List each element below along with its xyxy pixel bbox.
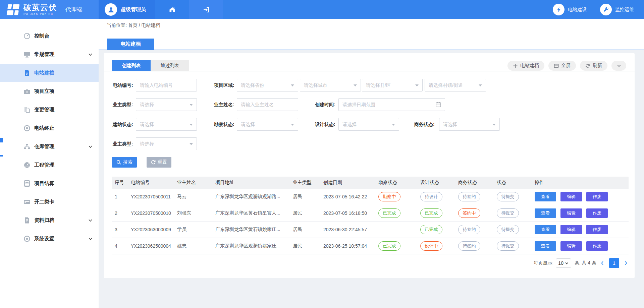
create-time-label: 创建时间:	[315, 98, 335, 111]
user-menu[interactable]: 超级管理员	[99, 0, 155, 19]
select-arrow-icon	[291, 124, 294, 127]
collapse-button[interactable]	[611, 61, 626, 71]
edit-button[interactable]: 编辑	[560, 208, 582, 218]
avatar	[105, 3, 117, 16]
status-badge: 待签约	[458, 225, 480, 234]
sidebar-item-change-mgmt[interactable]: 变更管理	[0, 101, 99, 119]
fullscreen-button[interactable]: 全屏	[548, 61, 576, 71]
void-button[interactable]: 作废	[586, 225, 608, 234]
owner-type-label: 业主类型:	[113, 98, 133, 111]
logo-divider	[62, 5, 62, 14]
add-station-button[interactable]: 电站建档	[507, 61, 544, 71]
filter-actions: 搜索 重置	[112, 157, 171, 168]
sidebar-item-station-archive[interactable]: 电站建档	[0, 64, 99, 82]
quick-link-monitor-ops[interactable]: 监控运维	[600, 4, 634, 15]
calendar-icon	[435, 102, 441, 108]
page-tab-station-archive[interactable]: 电站建档	[107, 39, 154, 50]
station-no-input[interactable]	[136, 79, 197, 91]
view-button[interactable]: 查看	[535, 241, 556, 251]
owner-type2-select[interactable]: 请选择	[136, 137, 197, 150]
lightning-icon	[553, 4, 565, 15]
card-icon	[23, 198, 31, 205]
chevron-down-icon	[616, 63, 622, 68]
chevron-down-icon	[565, 261, 569, 265]
town-select[interactable]: 请选择村镇/街道	[425, 79, 486, 91]
header-spacer	[223, 0, 553, 19]
status-badge: 待签约	[458, 192, 480, 201]
status-badge: 待签约	[458, 241, 480, 251]
edit-button[interactable]: 编辑	[560, 225, 582, 234]
void-button[interactable]: 作废	[586, 208, 608, 218]
search-button[interactable]: 搜索	[112, 157, 137, 168]
sidebar-item-system-settings[interactable]: 系统设置	[0, 230, 99, 248]
breadcrumb-strip: 当前位置: 首页 / 电站建档 电站建档	[99, 19, 644, 50]
calculator-icon	[23, 180, 31, 187]
select-arrow-icon	[190, 143, 193, 147]
status-badge: 已完成	[378, 208, 400, 218]
next-page-icon[interactable]	[623, 260, 629, 266]
owner-type-select[interactable]: 请选择	[136, 98, 197, 111]
plus-icon	[513, 63, 518, 68]
table-row: 2 YX2023070500010 刘强东 广东深圳龙华区黄石镇星官大... 居…	[112, 205, 629, 222]
reset-button[interactable]: 重置	[147, 157, 171, 168]
void-button[interactable]: 作废	[586, 192, 608, 201]
page-tab-underline	[99, 50, 644, 50]
owner-name-input[interactable]	[237, 98, 298, 111]
tab-create-list[interactable]: 创建列表	[112, 60, 151, 71]
total-count-label: 条, 共 4 条	[575, 260, 596, 266]
status-badge: 已完成	[420, 225, 442, 234]
business-status-select[interactable]: 请选择	[439, 118, 500, 131]
quick-link-label: 监控运维	[615, 7, 634, 13]
design-status-select[interactable]: 请选择	[338, 118, 399, 131]
refresh-button[interactable]: 刷新	[580, 61, 607, 71]
user-icon	[107, 6, 115, 13]
build-status-select[interactable]: 请选择	[136, 118, 197, 131]
logout-button[interactable]	[189, 0, 223, 19]
date-range-picker[interactable]: 请选择日期范围	[338, 98, 445, 111]
sidebar-item-console[interactable]: 控制台	[0, 27, 99, 45]
breadcrumb-path[interactable]: 首页 / 电站建档	[128, 22, 160, 28]
per-page-select[interactable]: 10	[556, 258, 571, 268]
select-arrow-icon	[190, 124, 193, 127]
fullscreen-icon	[554, 63, 559, 68]
edit-button[interactable]: 编辑	[560, 192, 582, 201]
page-number-button[interactable]: 1	[609, 258, 619, 268]
sidebar-item-general-mgmt[interactable]: 常规管理	[0, 45, 99, 64]
select-arrow-icon	[415, 84, 419, 88]
city-select[interactable]: 请选择城市	[300, 79, 361, 91]
sidebar-scrollbar[interactable]	[0, 138, 3, 142]
select-arrow-icon	[479, 84, 482, 88]
status-badge: 待提交	[497, 241, 519, 251]
status-badge: 勘察中	[378, 192, 400, 201]
prev-page-icon[interactable]	[600, 260, 605, 266]
quick-link-station-build[interactable]: 电站建设	[553, 4, 587, 15]
filter-row-1: 电站编号: 项目区域: 请选择省份 请选择城市 请选择县/区 请选择村镇/街道	[104, 79, 635, 91]
edit-button[interactable]: 编辑	[560, 241, 582, 251]
survey-status-select[interactable]: 请选择	[237, 118, 298, 131]
tab-passed-list[interactable]: 通过列表	[151, 60, 189, 71]
dashboard-icon	[23, 162, 31, 169]
sidebar-item-project-settlement[interactable]: 项目结算	[0, 174, 99, 193]
sidebar-item-warehouse-mgmt[interactable]: 仓库管理	[0, 137, 99, 156]
sidebar-item-station-terminate[interactable]: 电站终止	[0, 119, 99, 137]
logo-icon	[5, 3, 20, 16]
view-button[interactable]: 查看	[535, 192, 556, 201]
home-button[interactable]	[155, 0, 189, 19]
tabs-divider	[104, 71, 635, 71]
province-select[interactable]: 请选择省份	[237, 79, 298, 91]
sidebar-scrollbar-mark	[0, 155, 3, 157]
void-button[interactable]: 作废	[586, 241, 608, 251]
status-badge: 已完成	[378, 241, 400, 251]
sidebar-item-engineering-mgmt[interactable]: 工程管理	[0, 156, 99, 174]
table-row: 1 YX2023070500011 马云 广东深圳龙华区观澜镇观湖路... 居民…	[112, 189, 629, 205]
status-badge: 待提交	[497, 225, 519, 234]
sidebar-item-type2-card[interactable]: 开二类卡	[0, 193, 99, 211]
status-badge: 待设计	[420, 192, 442, 201]
district-select[interactable]: 请选择县/区	[362, 79, 423, 91]
header-quick-links: 电站建设 监控运维	[553, 0, 644, 19]
sidebar-item-project-initiation[interactable]: 项目立项	[0, 82, 99, 101]
logo-subtitle: Po Jian Yun Fu	[23, 13, 57, 16]
view-button[interactable]: 查看	[535, 225, 556, 234]
sidebar-item-data-archive[interactable]: 资料归档	[0, 211, 99, 230]
view-button[interactable]: 查看	[535, 208, 556, 218]
